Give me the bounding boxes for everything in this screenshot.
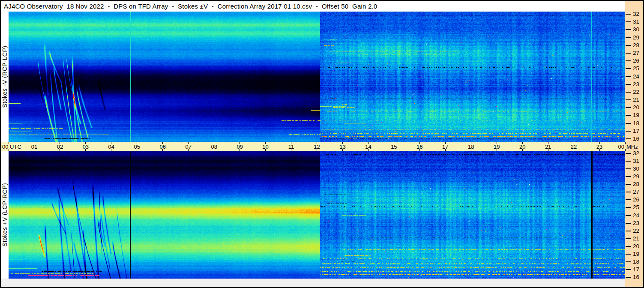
freq-label: 19 bbox=[633, 112, 639, 119]
panel-bottom-ylabel: Stokes +V (LCP-RCP) bbox=[1, 151, 9, 279]
hour-label: 21 bbox=[542, 144, 554, 150]
freq-label: 21 bbox=[633, 96, 639, 103]
hour-label: 11 bbox=[285, 144, 297, 150]
hour-label: 02 bbox=[54, 144, 66, 150]
freq-tick bbox=[626, 254, 631, 255]
hour-label: 23 bbox=[593, 144, 605, 150]
panel-top-ylabel: Stokes -V (RCP-LCP) bbox=[1, 12, 9, 142]
freq-tick bbox=[626, 92, 631, 93]
freq-label: 32 bbox=[633, 150, 639, 157]
freq-label: 28 bbox=[633, 42, 639, 49]
hour-label: 18 bbox=[465, 144, 477, 150]
freq-tick bbox=[626, 184, 631, 185]
hour-label: 03 bbox=[80, 144, 92, 150]
freq-label: 24 bbox=[633, 212, 639, 219]
hour-label: 05 bbox=[131, 144, 143, 150]
time-axis: 00 UTC0102030405060708091011121314151617… bbox=[1, 142, 625, 151]
freq-label: 29 bbox=[633, 173, 639, 180]
freq-tick bbox=[626, 115, 631, 116]
freq-tick bbox=[626, 68, 631, 69]
freq-tick bbox=[626, 138, 631, 139]
hour-label: 04 bbox=[105, 144, 117, 150]
freq-tick bbox=[626, 261, 631, 262]
freq-tick bbox=[626, 14, 631, 15]
freq-label: 22 bbox=[633, 89, 639, 96]
freq-tick bbox=[626, 53, 631, 54]
freq-tick bbox=[626, 246, 631, 247]
freq-label: 17 bbox=[633, 266, 639, 273]
spectrogram-stokes-plus-v bbox=[9, 151, 625, 279]
observation-title: AJ4CO Observatory 18 Nov 2022 - DPS on T… bbox=[4, 3, 377, 10]
hour-label: 16 bbox=[413, 144, 425, 150]
freq-label: 21 bbox=[633, 235, 639, 242]
freq-tick bbox=[626, 99, 631, 100]
freq-tick bbox=[626, 269, 631, 270]
hour-label: 12 bbox=[311, 144, 323, 150]
freq-label: 32 bbox=[633, 11, 639, 18]
freq-tick bbox=[626, 161, 631, 162]
freq-tick bbox=[626, 123, 631, 124]
hour-label: 01 bbox=[28, 144, 40, 150]
hour-label: 00 UTC bbox=[2, 144, 21, 150]
freq-tick bbox=[626, 84, 631, 85]
freq-label: 29 bbox=[633, 34, 639, 41]
freq-label: 26 bbox=[633, 196, 639, 203]
hour-label: 13 bbox=[336, 144, 348, 150]
freq-tick bbox=[626, 76, 631, 77]
freq-label: 23 bbox=[633, 220, 639, 227]
freq-label: 16 bbox=[633, 274, 639, 281]
freq-label: 24 bbox=[633, 73, 639, 80]
freq-label: 20 bbox=[633, 104, 639, 111]
hour-label: 22 bbox=[568, 144, 580, 150]
hour-label: 07 bbox=[183, 144, 195, 150]
freq-tick bbox=[626, 60, 631, 61]
freq-tick bbox=[626, 29, 631, 30]
freq-tick bbox=[626, 176, 631, 177]
hour-label: 08 bbox=[208, 144, 220, 150]
freq-label: 18 bbox=[633, 120, 639, 127]
freq-label: 28 bbox=[633, 181, 639, 188]
freq-tick bbox=[626, 215, 631, 216]
hour-label: 09 bbox=[234, 144, 246, 150]
freq-tick bbox=[626, 21, 631, 22]
hour-label: 14 bbox=[362, 144, 374, 150]
freq-tick bbox=[626, 231, 631, 231]
freq-label: 30 bbox=[633, 26, 639, 33]
freq-label: 27 bbox=[633, 189, 639, 195]
freq-label: 31 bbox=[633, 18, 639, 25]
title-bar: AJ4CO Observatory 18 Nov 2022 - DPS on T… bbox=[1, 1, 625, 12]
freq-tick bbox=[626, 153, 631, 154]
freq-tick bbox=[626, 107, 631, 108]
hour-label: 20 bbox=[516, 144, 528, 150]
hour-label: 10 bbox=[260, 144, 272, 150]
freq-tick bbox=[626, 223, 631, 224]
freq-tick bbox=[626, 277, 631, 278]
freq-label: 25 bbox=[633, 65, 639, 72]
hour-label: 15 bbox=[388, 144, 400, 150]
freq-tick bbox=[626, 37, 631, 38]
freq-tick bbox=[626, 199, 631, 200]
mhz-unit-label: MHz bbox=[626, 144, 638, 150]
hour-label: 17 bbox=[439, 144, 451, 150]
spectrogram-stokes-minus-v bbox=[9, 12, 625, 142]
freq-label: 18 bbox=[633, 258, 639, 265]
freq-tick bbox=[626, 131, 631, 132]
freq-label: 31 bbox=[633, 158, 639, 165]
freq-label: 25 bbox=[633, 204, 639, 211]
freq-tick bbox=[626, 192, 631, 192]
hour-label: 19 bbox=[491, 144, 503, 150]
hour-label: 06 bbox=[157, 144, 169, 150]
freq-label: 23 bbox=[633, 81, 639, 88]
freq-label: 17 bbox=[633, 128, 639, 135]
freq-tick bbox=[626, 238, 631, 239]
freq-label: 22 bbox=[633, 228, 639, 234]
stokes-plus-v-label: Stokes +V (LCP-RCP) bbox=[1, 183, 8, 246]
freq-tick bbox=[626, 45, 631, 46]
freq-label: 26 bbox=[633, 57, 639, 64]
freq-label: 30 bbox=[633, 165, 639, 172]
freq-label: 16 bbox=[633, 135, 639, 142]
hour-label: 00 bbox=[615, 144, 624, 150]
freq-label: 27 bbox=[633, 50, 639, 57]
freq-label: 19 bbox=[633, 251, 639, 258]
frequency-axis: MHz3231302928272625242322212019181716323… bbox=[625, 1, 643, 287]
